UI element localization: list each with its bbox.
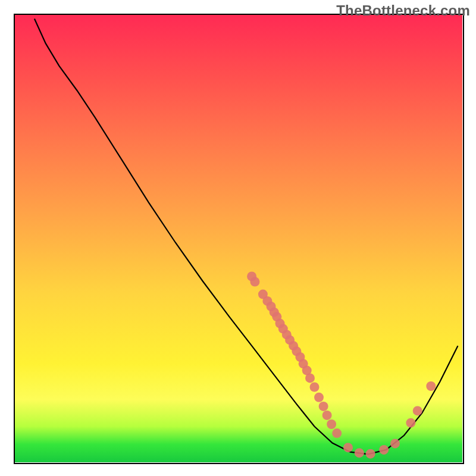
data-marker	[406, 418, 415, 428]
data-marker	[322, 411, 332, 420]
chart-container: TheBottleneck.com	[0, 0, 476, 476]
data-marker	[355, 448, 364, 458]
data-marker	[332, 428, 342, 438]
data-marker	[413, 406, 422, 415]
bottleneck-curve	[35, 19, 458, 455]
data-marker	[314, 393, 324, 402]
data-marker	[305, 373, 315, 383]
data-marker	[390, 439, 400, 448]
data-marker	[343, 443, 353, 452]
chart-svg	[14, 14, 462, 462]
data-marker	[319, 402, 328, 411]
data-marker	[250, 277, 259, 287]
data-marker	[310, 383, 320, 392]
data-marker	[327, 419, 336, 429]
data-marker	[366, 449, 375, 459]
data-marker	[426, 381, 436, 391]
watermark-text: TheBottleneck.com	[336, 2, 470, 19]
data-marker	[379, 445, 389, 455]
